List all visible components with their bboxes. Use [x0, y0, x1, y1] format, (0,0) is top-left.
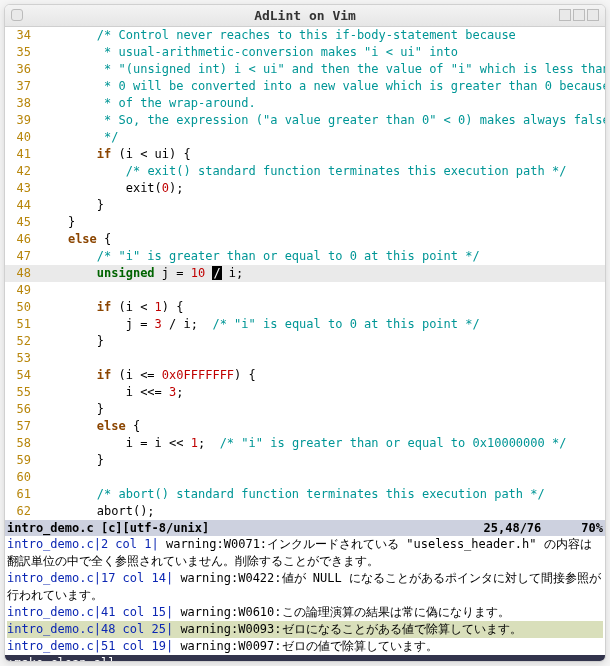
code-content: * 0 will be converted into a new value w… [39, 78, 605, 95]
window-title: AdLint on Vim [254, 8, 356, 23]
code-line[interactable]: 47 /* "i" is greater than or equal to 0 … [5, 248, 605, 265]
code-line[interactable]: 57 else { [5, 418, 605, 435]
titlebar[interactable]: AdLint on Vim [5, 5, 605, 27]
code-line[interactable]: 56 } [5, 401, 605, 418]
line-number: 62 [5, 503, 39, 520]
line-number: 48 [5, 265, 39, 282]
code-line[interactable]: 61 /* abort() standard function terminat… [5, 486, 605, 503]
app-window: AdLint on Vim 34 /* Control never reache… [4, 4, 606, 662]
code-line[interactable]: 45 } [5, 214, 605, 231]
code-line[interactable]: 49 [5, 282, 605, 299]
code-content: if (i < ui) { [39, 146, 605, 163]
line-number: 39 [5, 112, 39, 129]
code-line[interactable]: 42 /* exit() standard function terminate… [5, 163, 605, 180]
code-content: * So, the expression ("a value greater t… [39, 112, 605, 129]
code-line[interactable]: 52 } [5, 333, 605, 350]
quickfix-item[interactable]: intro_demo.c|41 col 15| warning:W0610:この… [7, 604, 603, 621]
quickfix-item[interactable]: intro_demo.c|17 col 14| warning:W0422:値が… [7, 570, 603, 604]
code-content: exit(0); [39, 180, 605, 197]
line-number: 42 [5, 163, 39, 180]
line-number: 49 [5, 282, 39, 299]
code-content: /* exit() standard function terminates t… [39, 163, 605, 180]
line-number: 34 [5, 27, 39, 44]
minimize-button[interactable] [559, 9, 571, 21]
line-number: 35 [5, 44, 39, 61]
code-content: */ [39, 129, 605, 146]
code-content: } [39, 333, 605, 350]
code-line[interactable]: 43 exit(0); [5, 180, 605, 197]
quickfix-item[interactable]: intro_demo.c|2 col 1| warning:W0071:インクル… [7, 536, 603, 570]
code-line[interactable]: 46 else { [5, 231, 605, 248]
line-number: 54 [5, 367, 39, 384]
code-content: if (i <= 0x0FFFFFFF) { [39, 367, 605, 384]
code-content: j = 3 / i; /* "i" is equal to 0 at this … [39, 316, 605, 333]
code-line[interactable]: 40 */ [5, 129, 605, 146]
code-line[interactable]: 55 i <<= 3; [5, 384, 605, 401]
quickfix-item[interactable]: intro_demo.c|51 col 19| warning:W0097:ゼロ… [7, 638, 603, 655]
line-number: 51 [5, 316, 39, 333]
line-number: 40 [5, 129, 39, 146]
code-line[interactable]: 53 [5, 350, 605, 367]
code-content: if (i < 1) { [39, 299, 605, 316]
code-line[interactable]: 41 if (i < ui) { [5, 146, 605, 163]
code-line[interactable]: 50 if (i < 1) { [5, 299, 605, 316]
code-editor[interactable]: 34 /* Control never reaches to this if-b… [5, 27, 605, 520]
code-line[interactable]: 51 j = 3 / i; /* "i" is equal to 0 at th… [5, 316, 605, 333]
cursor: / [212, 266, 221, 280]
line-number: 61 [5, 486, 39, 503]
line-number: 56 [5, 401, 39, 418]
status-file: intro_demo.c [c][utf-8/unix] [7, 520, 484, 536]
code-line[interactable]: 62 abort(); [5, 503, 605, 520]
code-content: else { [39, 418, 605, 435]
code-line[interactable]: 34 /* Control never reaches to this if-b… [5, 27, 605, 44]
code-line[interactable]: 48 unsigned j = 10 / i; [5, 265, 605, 282]
line-number: 50 [5, 299, 39, 316]
line-number: 58 [5, 435, 39, 452]
window-controls [559, 9, 599, 21]
line-number: 59 [5, 452, 39, 469]
code-content: } [39, 214, 605, 231]
line-number: 46 [5, 231, 39, 248]
code-content: } [39, 452, 605, 469]
command-text: :make clean all [7, 656, 115, 662]
code-content [39, 350, 605, 367]
code-line[interactable]: 58 i = i << 1; /* "i" is greater than or… [5, 435, 605, 452]
code-line[interactable]: 44 } [5, 197, 605, 214]
quickfix-item[interactable]: intro_demo.c|48 col 25| warning:W0093:ゼロ… [7, 621, 603, 638]
code-line[interactable]: 39 * So, the expression ("a value greate… [5, 112, 605, 129]
line-number: 38 [5, 95, 39, 112]
status-position: 25,48/76 [484, 520, 542, 536]
line-number: 53 [5, 350, 39, 367]
window-menu-icon[interactable] [11, 9, 23, 21]
code-line[interactable]: 36 * "(unsigned int) i < ui" and then th… [5, 61, 605, 78]
code-content [39, 469, 605, 486]
maximize-button[interactable] [573, 9, 585, 21]
line-number: 55 [5, 384, 39, 401]
command-line[interactable]: :make clean all [5, 655, 605, 662]
line-number: 44 [5, 197, 39, 214]
line-number: 60 [5, 469, 39, 486]
code-line[interactable]: 54 if (i <= 0x0FFFFFFF) { [5, 367, 605, 384]
code-content: * usual-arithmetic-conversion makes "i <… [39, 44, 605, 61]
code-content: else { [39, 231, 605, 248]
code-line[interactable]: 37 * 0 will be converted into a new valu… [5, 78, 605, 95]
code-content: /* "i" is greater than or equal to 0 at … [39, 248, 605, 265]
code-content: abort(); [39, 503, 605, 520]
code-line[interactable]: 59 } [5, 452, 605, 469]
code-content: i = i << 1; /* "i" is greater than or eq… [39, 435, 605, 452]
code-content: unsigned j = 10 / i; [39, 265, 605, 282]
status-percent: 70% [581, 520, 603, 536]
code-content: } [39, 197, 605, 214]
line-number: 43 [5, 180, 39, 197]
code-content: /* Control never reaches to this if-body… [39, 27, 605, 44]
status-bar: intro_demo.c [c][utf-8/unix] 25,48/76 70… [5, 520, 605, 536]
code-line[interactable]: 35 * usual-arithmetic-conversion makes "… [5, 44, 605, 61]
code-content: * "(unsigned int) i < ui" and then the v… [39, 61, 605, 78]
line-number: 45 [5, 214, 39, 231]
line-number: 41 [5, 146, 39, 163]
code-content [39, 282, 605, 299]
close-button[interactable] [587, 9, 599, 21]
code-line[interactable]: 60 [5, 469, 605, 486]
code-line[interactable]: 38 * of the wrap-around. [5, 95, 605, 112]
quickfix-list[interactable]: intro_demo.c|2 col 1| warning:W0071:インクル… [5, 536, 605, 655]
